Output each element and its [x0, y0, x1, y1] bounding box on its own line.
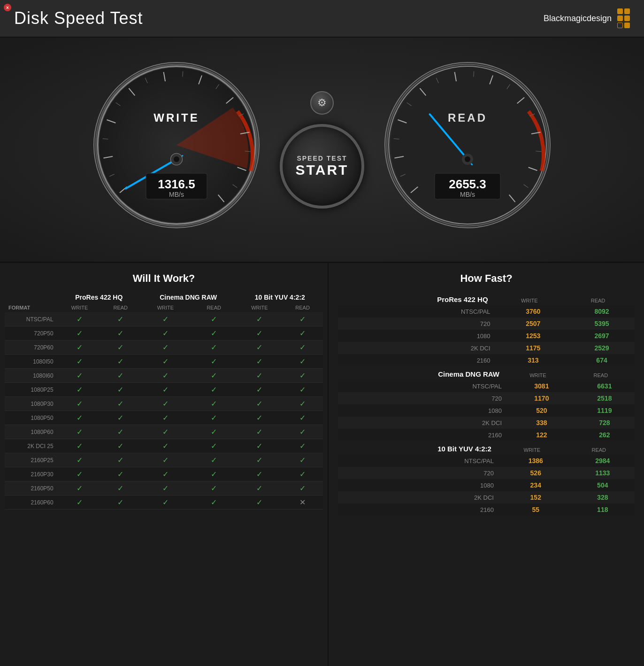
check-icon: ✓: [162, 315, 169, 323]
wit-check-cell: ✓: [191, 355, 237, 369]
wit-check-cell: ✓: [101, 453, 140, 467]
write-gauge: WRITE 1316.5 MB/s: [92, 61, 261, 239]
how-fast-read-value: 2518: [575, 392, 635, 404]
wit-check-cell: ✓: [58, 496, 101, 510]
check-icon: ✓: [162, 498, 169, 506]
check-icon: ✓: [117, 456, 123, 464]
check-icon: ✓: [162, 357, 169, 365]
check-icon: ✓: [77, 414, 83, 422]
wit-format-cell: 2K DCI 25: [5, 439, 58, 453]
how-fast-write-value: 338: [509, 417, 575, 429]
wit-check-cell: ✓: [282, 397, 323, 411]
wit-check-cell: ✓: [191, 341, 237, 355]
wit-check-cell: ✓: [140, 397, 191, 411]
wit-format-cell: 1080p25: [5, 383, 58, 397]
brand-logo: Blackmagicdesign: [544, 8, 630, 28]
wit-prores-read-col: READ: [101, 303, 140, 312]
how-fast-write-value: 152: [501, 491, 571, 503]
check-icon: ✓: [117, 484, 123, 492]
check-icon: ✓: [211, 428, 217, 436]
wit-format-cell: 1080p60: [5, 425, 58, 439]
check-icon: ✓: [117, 498, 123, 506]
how-fast-read-value: 118: [571, 503, 635, 516]
check-icon: ✓: [211, 498, 217, 506]
check-icon: ✓: [117, 400, 123, 408]
wit-check-cell: ✓: [58, 397, 101, 411]
wit-check-cell: ✓: [140, 369, 191, 383]
check-icon: ✓: [256, 343, 262, 351]
how-fast-read-value: 1119: [575, 404, 635, 417]
cross-icon: ✕: [299, 498, 306, 506]
wit-check-cell: ✓: [58, 383, 101, 397]
wit-check-cell: ✓: [237, 369, 283, 383]
wit-check-cell: ✓: [140, 411, 191, 425]
how-fast-row-label: 2160: [338, 354, 498, 366]
wit-format-cell: 2160p60: [5, 496, 58, 510]
how-fast-write-value: 520: [509, 404, 575, 417]
check-icon: ✓: [117, 470, 123, 478]
how-fast-write-value: 2507: [498, 318, 569, 330]
wit-check-cell: ✓: [191, 369, 237, 383]
gear-icon: ⚙: [317, 97, 327, 109]
check-icon: ✓: [211, 343, 217, 351]
center-controls: ⚙ SPEED TEST START: [280, 91, 364, 209]
check-icon: ✓: [162, 484, 169, 492]
list-item: NTSC/PAL30816631: [338, 380, 635, 392]
wit-check-cell: ✓: [191, 496, 237, 510]
wit-check-cell: ✓: [191, 312, 237, 326]
wit-check-cell: ✓: [237, 453, 283, 467]
settings-button[interactable]: ⚙: [310, 91, 334, 115]
wit-check-cell: ✓: [282, 481, 323, 496]
check-icon: ✓: [162, 414, 169, 422]
check-icon: ✓: [256, 372, 262, 379]
start-button[interactable]: SPEED TEST START: [280, 124, 364, 209]
brand-dot-3: [617, 15, 623, 21]
wit-check-cell: ✓: [58, 355, 101, 369]
wit-check-cell: ✓: [58, 369, 101, 383]
how-fast-content: ProRes 422 HQWRITEREADNTSC/PAL3760809272…: [338, 292, 635, 516]
wit-check-cell: ✓: [191, 453, 237, 467]
how-fast-group-header: 10 Bit YUV 4:2:2WRITEREAD: [338, 441, 635, 455]
check-icon: ✓: [77, 470, 83, 478]
check-icon: ✓: [117, 315, 123, 323]
check-icon: ✓: [256, 400, 262, 408]
how-fast-write-value: 1170: [509, 392, 575, 404]
list-item: 2K DCI152328: [338, 491, 635, 503]
how-fast-group-name: Cinema DNG RAW: [338, 366, 509, 380]
how-fast-row-label: NTSC/PAL: [338, 380, 509, 392]
close-button[interactable]: ×: [4, 4, 11, 11]
check-icon: ✓: [211, 386, 217, 394]
check-icon: ✓: [211, 456, 217, 464]
wit-format-cell: 2160p50: [5, 481, 58, 496]
how-fast-read-col-label: READ: [571, 441, 635, 455]
wit-header-row-1: ProRes 422 HQ Cinema DNG RAW 10 Bit YUV …: [5, 292, 323, 303]
list-item: 1080234504: [338, 479, 635, 491]
check-icon: ✓: [211, 329, 217, 337]
wit-check-cell: ✓: [101, 369, 140, 383]
wit-check-cell: ✓: [282, 425, 323, 439]
check-icon: ✓: [256, 484, 262, 492]
wit-check-cell: ✓: [58, 453, 101, 467]
table-row: 2160p25✓✓✓✓✓✓: [5, 453, 323, 467]
how-fast-read-col-label: READ: [569, 292, 635, 305]
check-icon: ✓: [77, 357, 83, 365]
how-fast-read-value: 674: [569, 354, 635, 366]
wit-header-row-2: FORMAT WRITE READ WRITE READ WRITE READ: [5, 303, 323, 312]
check-icon: ✓: [162, 456, 169, 464]
how-fast-row-label: 720: [338, 318, 498, 330]
check-icon: ✓: [299, 442, 306, 450]
wit-check-cell: ✓: [282, 383, 323, 397]
read-gauge-svg: READ 2655.3 MB/s: [383, 61, 552, 230]
title-bar: × Disk Speed Test Blackmagicdesign: [0, 0, 644, 38]
wit-check-cell: ✓: [237, 439, 283, 453]
data-section: Will It Work? ProRes 422 HQ Cinema DNG R…: [0, 263, 644, 666]
brand-dot-1: [617, 8, 623, 14]
check-icon: ✓: [299, 329, 306, 337]
wit-check-cell: ✓: [237, 383, 283, 397]
check-icon: ✓: [299, 456, 306, 464]
wit-check-cell: ✓: [140, 481, 191, 496]
check-icon: ✓: [211, 484, 217, 492]
brand-dot-4: [624, 15, 630, 21]
wit-check-cell: ✓: [101, 439, 140, 453]
wit-check-cell: ✓: [237, 425, 283, 439]
